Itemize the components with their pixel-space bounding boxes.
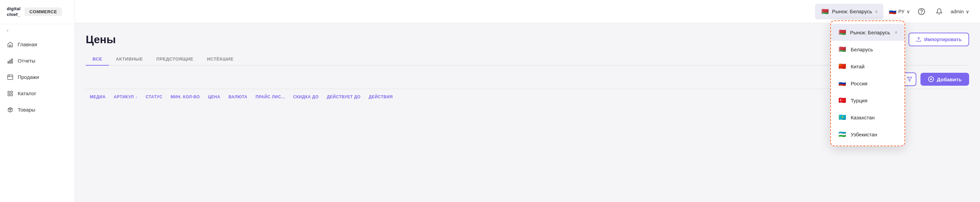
dropdown-label-cn: Китай [851, 64, 865, 69]
dropdown-chevron-icon: ∧ [894, 30, 898, 35]
col-valid-to: ДЕЙСТВУЕТ ДО [323, 92, 364, 101]
logo-text: digitalchief_ [7, 6, 21, 17]
import-button[interactable]: Импортировать [908, 33, 969, 46]
svg-rect-0 [10, 45, 11, 46]
tab-expiring[interactable]: ИСТЁКШИЕ [200, 53, 240, 66]
svg-rect-1 [8, 61, 9, 63]
admin-selector[interactable]: admin ∨ [951, 9, 969, 14]
dropdown-header-flag: 🇧🇾 [838, 28, 846, 37]
col-actions: ДЕЙСТВИЯ [365, 92, 397, 101]
svg-rect-8 [11, 91, 13, 93]
dropdown-item-ru[interactable]: 🇷🇺 Россия [831, 75, 904, 92]
commerce-badge: COMMERCE [24, 8, 62, 16]
svg-rect-2 [10, 60, 11, 63]
sidebar-item-reports[interactable]: Отчеты [0, 53, 75, 69]
market-label: Рынок: Беларусь [832, 8, 872, 14]
admin-chevron-icon: ∨ [966, 9, 969, 14]
lang-chevron-icon: ∨ [907, 9, 910, 14]
svg-rect-7 [8, 91, 10, 93]
dropdown-item-cn[interactable]: 🇨🇳 Китай [831, 58, 904, 75]
svg-rect-10 [11, 94, 13, 95]
svg-point-13 [921, 13, 921, 13]
sidebar-item-catalog[interactable]: Каталог [0, 85, 75, 102]
market-dropdown: 🇧🇾 Рынок: Беларусь ∧ 🇧🇾 Беларусь 🇨🇳 Кита… [830, 21, 905, 146]
sidebar-label-reports: Отчеты [18, 58, 35, 64]
page-title: Цены [86, 33, 116, 46]
tag-icon [7, 74, 14, 81]
market-flag: 🇧🇾 [821, 7, 829, 16]
notification-button[interactable] [933, 5, 945, 17]
dropdown-item-uz[interactable]: 🇺🇿 Узбекистан [831, 126, 904, 143]
collapse-button[interactable]: ‹ [0, 24, 75, 37]
col-discount: СКИДКА ДО [289, 92, 323, 101]
dropdown-label-kz: Казахстан [851, 115, 875, 120]
main-content: 🇧🇾 Рынок: Беларусь ∧ 🇧🇾 Рынок: Беларусь … [75, 0, 980, 202]
tab-upcoming[interactable]: ПРЕДСТОЯЩИЕ [150, 53, 200, 66]
sidebar-item-home[interactable]: Главная [0, 37, 75, 53]
sidebar-label-products: Товары [18, 107, 35, 113]
dropdown-label-uz: Узбекистан [851, 132, 877, 137]
sidebar-label-sales: Продажи [18, 74, 39, 80]
dropdown-header-label: Рынок: Беларусь [850, 30, 890, 35]
tab-active[interactable]: АКТИВНЫЕ [109, 53, 150, 66]
tab-all[interactable]: ВСЕ [86, 53, 109, 66]
add-label: Добавить [937, 76, 962, 82]
home-icon [7, 41, 14, 48]
sidebar-label-home: Главная [18, 41, 37, 47]
dropdown-label-tr: Турция [851, 98, 867, 103]
market-chevron-icon: ∧ [875, 9, 878, 14]
col-article[interactable]: АРТИКУЛ ↓ [110, 92, 142, 101]
lang-label: РУ [898, 9, 904, 14]
sort-icon: ↓ [135, 95, 137, 99]
sidebar-item-sales[interactable]: Продажи [0, 69, 75, 85]
language-selector[interactable]: 🇷🇺 РУ ∨ [889, 8, 910, 15]
svg-rect-9 [8, 94, 10, 95]
flag-cn: 🇨🇳 [838, 62, 846, 71]
dropdown-header[interactable]: 🇧🇾 Рынок: Беларусь ∧ [831, 24, 904, 41]
col-currency: ВАЛЮТА [224, 92, 251, 101]
admin-label: admin [951, 9, 964, 14]
sidebar-item-products[interactable]: Товары [0, 102, 75, 118]
dropdown-label-ru: Россия [851, 81, 867, 86]
grid-icon [7, 90, 14, 97]
sidebar-label-catalog: Каталог [18, 91, 37, 96]
collapse-icon: ‹ [7, 27, 8, 33]
box-icon [7, 107, 14, 113]
flag-by: 🇧🇾 [838, 45, 846, 54]
dropdown-item-kz[interactable]: 🇰🇿 Казахстан [831, 109, 904, 126]
svg-marker-16 [907, 77, 912, 81]
market-selector[interactable]: 🇧🇾 Рынок: Беларусь ∧ [815, 4, 883, 19]
import-label: Импортировать [924, 37, 962, 42]
top-header: 🇧🇾 Рынок: Беларусь ∧ 🇧🇾 Рынок: Беларусь … [75, 0, 980, 23]
dropdown-item-by[interactable]: 🇧🇾 Беларусь [831, 41, 904, 58]
sidebar: digitalchief_ COMMERCE ‹ Главная Отчеты … [0, 0, 75, 202]
col-media: МЕДИА [86, 92, 110, 101]
flag-tr: 🇹🇷 [838, 96, 846, 105]
dropdown-label-by: Беларусь [851, 46, 873, 52]
col-min-qty: МИН. КОЛ-ВО [166, 92, 204, 101]
flag-ru: 🇷🇺 [838, 79, 846, 88]
svg-rect-3 [11, 59, 13, 63]
lang-flag: 🇷🇺 [889, 8, 896, 15]
col-price: ЦЕНА [204, 92, 224, 101]
dropdown-item-tr[interactable]: 🇹🇷 Турция [831, 92, 904, 109]
flag-uz: 🇺🇿 [838, 130, 846, 139]
flag-kz: 🇰🇿 [838, 113, 846, 122]
chart-icon [7, 57, 14, 64]
svg-rect-4 [8, 75, 13, 80]
filter-add-row: Добавить [903, 72, 969, 86]
add-button[interactable]: Добавить [920, 73, 969, 86]
col-pricelist: ПРАЙС ЛИС... [251, 92, 289, 101]
help-button[interactable] [915, 5, 928, 17]
col-status: СТАТУС [142, 92, 166, 101]
logo-area: digitalchief_ COMMERCE [0, 0, 75, 24]
